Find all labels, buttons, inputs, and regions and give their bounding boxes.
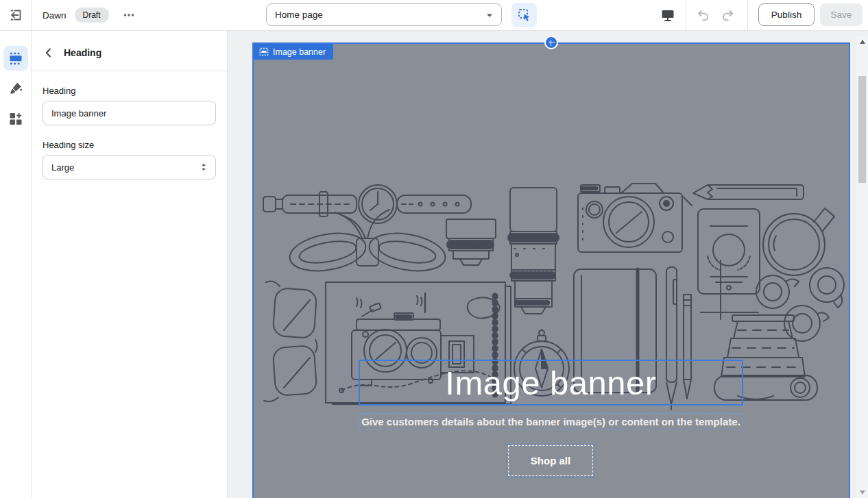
heading-size-select[interactable]: Large	[43, 155, 216, 179]
rail-item-sections[interactable]	[3, 46, 28, 71]
store-preview-frame: Image banner	[252, 42, 850, 498]
rail-item-theme-settings[interactable]	[3, 76, 28, 101]
scrollbar-down-arrow[interactable]	[856, 487, 868, 498]
apps-icon	[8, 111, 23, 126]
add-section-button[interactable]	[544, 36, 558, 49]
preview-scrollbar[interactable]	[856, 36, 868, 498]
topbar: Dawn Draft Home page	[0, 0, 868, 31]
select-section-icon	[517, 8, 532, 23]
banner-heading-block[interactable]: Image banner	[359, 360, 743, 406]
sidebar-rail	[0, 31, 32, 498]
desktop-icon	[660, 8, 675, 23]
status-badge: Draft	[75, 8, 109, 23]
heading-size-label: Heading size	[43, 140, 216, 150]
publish-button[interactable]: Publish	[758, 3, 815, 26]
topbar-left-group: Dawn Draft	[0, 0, 139, 30]
undo-button[interactable]	[691, 3, 714, 27]
redo-button[interactable]	[716, 3, 739, 27]
panel-header: Heading	[32, 31, 227, 71]
scrollbar-up-arrow[interactable]	[856, 36, 868, 47]
page-selector-value: Home page	[275, 10, 323, 20]
banner-heading-text: Image banner	[445, 364, 656, 402]
panel-title: Heading	[64, 47, 101, 58]
heading-input[interactable]	[43, 101, 216, 125]
back-button[interactable]	[43, 47, 55, 59]
banner-shop-all-button[interactable]: Shop all	[508, 445, 593, 476]
topbar-divider	[747, 0, 748, 30]
theme-editor: Dawn Draft Home page	[0, 0, 868, 498]
section-badge[interactable]: Image banner	[254, 44, 333, 60]
more-options-button[interactable]	[119, 5, 139, 25]
shop-all-label: Shop all	[531, 455, 570, 466]
inspect-sections-toggle[interactable]	[511, 3, 537, 27]
section-badge-label: Image banner	[273, 47, 326, 57]
heading-field-label: Heading	[43, 86, 216, 96]
save-button[interactable]: Save	[820, 3, 863, 26]
select-stepper-icon	[199, 162, 208, 173]
more-options-icon	[123, 9, 135, 21]
image-banner-section[interactable]: Image banner	[254, 44, 849, 498]
rail-item-apps[interactable]	[3, 106, 28, 131]
undo-icon	[696, 8, 710, 23]
scrollbar-thumb[interactable]	[858, 76, 866, 183]
preview-canvas: Image banner	[228, 31, 868, 498]
theme-name: Dawn	[43, 10, 67, 21]
page-selector[interactable]: Home page	[266, 3, 502, 26]
chevron-down-icon	[485, 12, 494, 19]
heading-size-value: Large	[51, 162, 74, 173]
redo-icon	[721, 8, 735, 23]
paint-brush-icon	[8, 81, 23, 96]
device-preview-button[interactable]	[654, 3, 682, 27]
topbar-divider	[686, 0, 686, 30]
panel-body: Heading Heading size Large	[32, 71, 227, 194]
exit-editor-button[interactable]	[0, 0, 32, 30]
chevron-left-icon	[43, 47, 54, 58]
banner-text-block[interactable]: Give customers details about the banner …	[359, 413, 743, 430]
exit-icon	[9, 8, 23, 22]
settings-panel: Heading Heading Heading size Large	[32, 31, 228, 498]
section-glyph-icon	[259, 47, 269, 56]
banner-subtext-text: Give customers details about the banner …	[361, 416, 740, 427]
sections-icon	[8, 50, 24, 66]
